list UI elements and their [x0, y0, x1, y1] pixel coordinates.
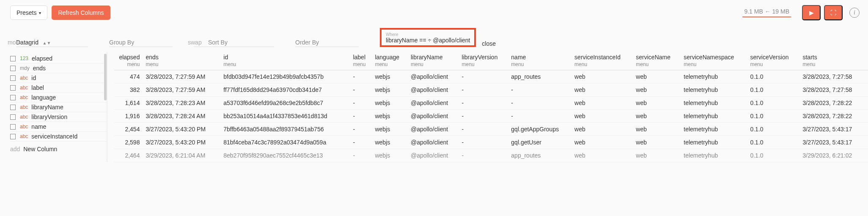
sidebar-item-serviceInstanceId[interactable]: abcserviceInstanceId — [10, 132, 107, 141]
checkbox-icon[interactable] — [10, 85, 16, 91]
sidebar-item-label[interactable]: abclabel — [10, 83, 107, 93]
datagrid-select[interactable]: mon Datagrid ▲▼ — [16, 39, 88, 47]
expand-button[interactable]: ⛶ — [824, 5, 843, 20]
cell-name: app_routes — [511, 149, 574, 162]
col-header-id[interactable]: idmenu — [223, 52, 353, 70]
sidebar-item-libraryVersion[interactable]: abclibraryVersion — [10, 112, 107, 122]
sidebar-item-label: id — [31, 75, 36, 81]
cell-libraryVersion: - — [462, 97, 511, 110]
order-by-input[interactable]: Order By — [295, 39, 359, 47]
cell-libraryVersion: - — [462, 110, 511, 123]
table-row[interactable]: 1,6143/28/2023, 7:28:23 AMa53703f6d46efd… — [114, 97, 868, 110]
col-header-menu[interactable]: menu — [462, 61, 505, 70]
checkbox-icon[interactable] — [10, 56, 16, 61]
sidebar-item-language[interactable]: abclanguage — [10, 93, 107, 102]
col-header-menu[interactable]: menu — [353, 61, 369, 70]
sidebar-item-elapsed[interactable]: 123elapsed — [10, 54, 107, 64]
cell-serviceVersion: 0.1.0 — [750, 97, 802, 110]
mon-ghost-label: mon — [8, 39, 19, 46]
col-header-serviceNamespace[interactable]: serviceNamespacemenu — [684, 52, 750, 70]
checkbox-icon[interactable] — [10, 95, 16, 100]
memory-status: 9.1 MB ← 19 MB — [742, 8, 791, 17]
col-header-menu[interactable]: menu — [802, 61, 862, 70]
checkbox-icon[interactable] — [10, 124, 16, 130]
col-header-menu[interactable]: menu — [750, 61, 797, 70]
sort-by-placeholder: Sort By — [208, 39, 228, 46]
refresh-columns-label: Refresh Columns — [58, 9, 104, 16]
sidebar-item-label: label — [31, 84, 44, 91]
col-header-menu[interactable]: menu — [684, 61, 744, 70]
cell-libraryVersion: - — [462, 83, 511, 97]
col-header-menu[interactable]: menu — [223, 61, 347, 70]
where-filter[interactable]: Where libraryName == ÷ @apollo/client — [380, 28, 476, 47]
cell-serviceName: web — [636, 110, 684, 123]
checkbox-icon[interactable] — [10, 75, 16, 81]
cell-id: bb253a10514a4a1f4337853e461d813d — [223, 110, 353, 123]
checkbox-icon[interactable] — [10, 105, 16, 110]
col-header-label[interactable]: labelmenu — [353, 52, 375, 70]
cell-starts: 3/28/2023, 7:28:22 — [802, 110, 868, 123]
col-header-starts[interactable]: startsmenu — [802, 52, 868, 70]
cell-starts: 3/28/2023, 7:27:58 — [802, 70, 868, 83]
table-row[interactable]: 1,9163/28/2023, 7:28:24 AMbb253a10514a4a… — [114, 110, 868, 123]
table-row[interactable]: 2,5983/27/2023, 5:43:20 PM81bf4ceba74c3c… — [114, 136, 868, 149]
sort-by-input[interactable]: swap Sort By — [194, 39, 274, 47]
cell-serviceInstanceId: web — [574, 70, 636, 83]
col-header-elapsed[interactable]: elapsedmenu — [114, 52, 146, 70]
close-label: close — [482, 40, 496, 47]
col-header-menu[interactable]: menu — [511, 61, 569, 70]
cell-name: gql.getUser — [511, 136, 574, 149]
sidebar-item-ends[interactable]: mdyends — [10, 64, 107, 73]
play-button[interactable]: ▶ — [802, 5, 821, 20]
col-header-menu[interactable]: menu — [636, 61, 678, 70]
group-by-input[interactable]: Group By — [109, 39, 173, 47]
presets-button[interactable]: Presets ▾ — [10, 6, 47, 20]
cell-label: - — [353, 97, 375, 110]
col-header-name[interactable]: namemenu — [511, 52, 574, 70]
cell-label: - — [353, 110, 375, 123]
where-label: Where — [386, 32, 470, 37]
refresh-columns-button[interactable]: Refresh Columns — [52, 6, 110, 20]
col-header-label: libraryVersion — [462, 54, 498, 61]
table-row[interactable]: 3823/28/2023, 7:27:59 AMff77fdf165d8dd29… — [114, 83, 868, 97]
col-header-menu[interactable]: menu — [411, 61, 456, 70]
sidebar-item-name[interactable]: abcname — [10, 122, 107, 132]
col-header-libraryVersion[interactable]: libraryVersionmenu — [462, 52, 511, 70]
body: 123elapsedmdyendsabcidabclabelabclanguag… — [0, 52, 868, 162]
cell-label: - — [353, 83, 375, 97]
checkbox-icon[interactable] — [10, 66, 16, 71]
table-row[interactable]: 2,4543/27/2023, 5:43:20 PM7bffb6463a0548… — [114, 123, 868, 136]
col-header-menu[interactable]: menu — [375, 61, 405, 70]
cell-name: app_routes — [511, 70, 574, 83]
sidebar-item-label: language — [31, 94, 56, 101]
col-header-label: serviceName — [636, 54, 670, 61]
info-icon[interactable]: i — [849, 8, 860, 18]
sidebar-item-id[interactable]: abcid — [10, 73, 107, 83]
controls-row: mon Datagrid ▲▼ Group By swap Sort By Or… — [0, 25, 868, 52]
col-header-libraryName[interactable]: libraryNamemenu — [411, 52, 462, 70]
cell-serviceNamespace: telemetryhub — [684, 110, 750, 123]
col-header-serviceInstanceId[interactable]: serviceInstanceIdmenu — [574, 52, 636, 70]
sidebar-item-libraryName[interactable]: abclibraryName — [10, 102, 107, 112]
col-header-label: starts — [802, 54, 817, 61]
table-row[interactable]: 4743/28/2023, 7:27:59 AMbfdb03d947fe14e1… — [114, 70, 868, 83]
col-header-menu[interactable]: menu — [146, 61, 217, 70]
cell-language: webjs — [375, 83, 411, 97]
col-header-serviceVersion[interactable]: serviceVersionmenu — [750, 52, 802, 70]
col-header-menu[interactable]: menu — [574, 61, 630, 70]
close-filter-button[interactable]: close — [482, 40, 496, 47]
cell-id: a53703f6d46efd99a268c9e2b5fdb8c7 — [223, 97, 353, 110]
cell-serviceNamespace: telemetryhub — [684, 83, 750, 97]
col-header-menu[interactable]: menu — [114, 61, 140, 70]
add-column-button[interactable]: add New Column — [10, 141, 107, 152]
checkbox-icon[interactable] — [10, 114, 16, 120]
col-header-label: id — [223, 54, 228, 61]
col-header-serviceName[interactable]: serviceNamemenu — [636, 52, 684, 70]
col-header-language[interactable]: languagemenu — [375, 52, 411, 70]
checkbox-icon[interactable] — [10, 134, 16, 139]
col-header-ends[interactable]: endsmenu — [146, 52, 223, 70]
cell-serviceInstanceId: web — [574, 149, 636, 162]
cell-language: webjs — [375, 136, 411, 149]
table-row[interactable]: 2,4643/29/2023, 6:21:04 AM8eb270f95f8290… — [114, 149, 868, 162]
cell-id: bfdb03d947fe14e129b49b9afcb4357b — [223, 70, 353, 83]
